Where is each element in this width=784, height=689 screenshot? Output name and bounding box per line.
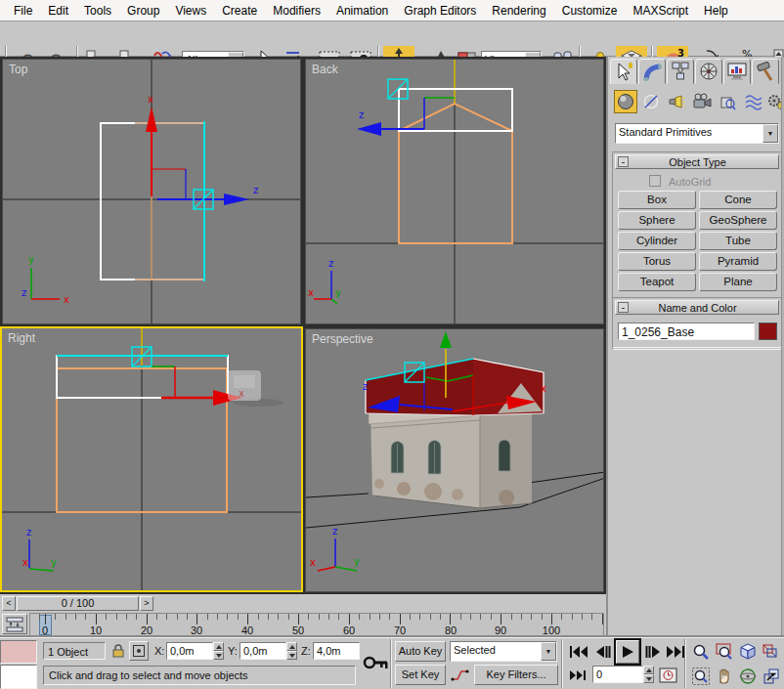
region-zoom-icon[interactable] [690,666,712,687]
viewport-perspective-scene: z x z x y [306,329,604,592]
time-slider-next-button[interactable]: > [140,596,153,611]
tab-modify[interactable] [638,59,666,84]
timeline-ruler[interactable]: 0 10 20 30 40 50 60 70 80 90 100 [29,613,604,636]
category-helpers-icon[interactable] [716,90,739,113]
zoom-extents-all-icon[interactable] [761,641,782,663]
menu-tools[interactable]: Tools [76,1,119,21]
absolute-mode-toggle[interactable] [129,641,149,661]
category-cameras-icon[interactable] [690,90,714,113]
tab-utilities[interactable] [752,59,779,84]
menu-rendering[interactable]: Rendering [484,1,553,21]
mini-curve-editor-button[interactable] [2,614,27,634]
viewport-top[interactable]: Top x z y [2,59,301,324]
viewport-right-label: Right [8,331,35,345]
selection-count-status: 1 Object [43,642,106,660]
zoom-extents-icon[interactable] [737,641,759,663]
box-button[interactable]: Box [618,191,696,209]
x-coord-field[interactable]: 0,0m [166,642,213,660]
menu-edit[interactable]: Edit [40,1,76,21]
viewport-perspective[interactable]: Perspective [305,328,604,592]
min-max-toggle-icon[interactable] [761,666,782,687]
category-shapes-icon[interactable] [639,90,663,113]
key-filter-scope-arrow[interactable]: ▼ [541,642,556,661]
zoom-all-icon[interactable] [714,641,735,663]
tab-hierarchy[interactable] [667,59,694,84]
menu-create[interactable]: Create [214,1,265,21]
menu-animation[interactable]: Animation [328,1,396,21]
svg-text:x: x [310,557,316,568]
time-configuration-icon[interactable] [659,666,678,685]
svg-text:z: z [253,185,258,195]
menu-graph-editors[interactable]: Graph Editors [396,1,484,21]
torus-button[interactable]: Torus [618,252,696,271]
tick-label: 10 [86,624,106,636]
collapse-icon[interactable]: - [618,302,629,313]
previous-frame-button[interactable] [593,641,613,662]
teapot-button[interactable]: Teapot [618,273,696,291]
z-coord-field[interactable]: 4,0m [313,642,360,660]
default-tangents-icon[interactable] [451,666,470,685]
y-coord-field[interactable]: 0,0m [240,642,286,660]
menu-group[interactable]: Group [119,1,167,21]
play-button[interactable] [616,640,639,664]
set-keys-key-icon[interactable] [362,640,389,685]
svg-text:x: x [541,383,546,394]
set-key-button[interactable]: Set Key [395,665,446,685]
svg-text:x: x [64,294,69,305]
arc-rotate-icon[interactable] [737,666,759,687]
pan-hand-icon[interactable] [714,666,735,687]
tube-button[interactable]: Tube [699,232,777,250]
maxscript-listener-line[interactable] [0,665,37,689]
tick-label: 30 [187,624,206,636]
maxscript-listener-macro-line[interactable] [0,640,37,664]
pyramid-button[interactable]: Pyramid [699,252,777,271]
viewport-right[interactable]: Right x [0,326,303,592]
viewport-back-label: Back [312,63,338,76]
cone-button[interactable]: Cone [699,191,777,209]
menu-maxscript[interactable]: MAXScript [625,1,696,21]
category-lights-icon[interactable] [665,90,688,113]
sphere-button[interactable]: Sphere [618,211,696,230]
time-slider-handle[interactable]: 0 / 100 [17,596,139,611]
y-coord-spinner[interactable] [286,642,297,660]
name-color-rollout-header[interactable]: - Name and Color [615,300,779,315]
selection-lock-icon[interactable] [110,642,126,659]
key-mode-toggle[interactable] [567,666,588,685]
key-filter-scope-dropdown[interactable]: Selected ▼ [450,641,557,662]
zoom-icon[interactable] [690,641,712,663]
autogrid-checkbox[interactable] [649,175,661,187]
svg-text:y: y [354,556,360,567]
object-name-input[interactable]: 1_0256_Base [618,323,755,340]
primitive-category-arrow[interactable]: ▼ [762,124,778,143]
geosphere-button[interactable]: GeoSphere [699,211,777,230]
svg-text:y: y [51,557,57,568]
viewport-back[interactable]: Back z z x y [305,59,604,324]
svg-text:y: y [28,254,34,265]
plane-button[interactable]: Plane [699,273,777,291]
current-frame-field[interactable]: 0 [592,666,643,683]
time-slider-prev-button[interactable]: < [2,596,16,611]
go-to-end-button[interactable] [665,641,686,662]
menu-file[interactable]: File [6,1,40,21]
tab-motion[interactable] [695,59,722,84]
key-filters-button[interactable]: Key Filters... [474,665,558,685]
viewport-top-scene: x z y x z [3,60,301,324]
primitive-category-dropdown[interactable]: Standard Primitives ▼ [615,123,779,144]
collapse-icon[interactable]: - [618,156,629,167]
next-frame-button[interactable] [643,641,663,662]
cylinder-button[interactable]: Cylinder [618,232,696,250]
tab-create[interactable] [610,59,637,84]
go-to-start-button[interactable] [567,641,590,662]
menu-views[interactable]: Views [167,1,214,21]
object-type-rollout-header[interactable]: - Object Type [615,154,779,169]
menu-help[interactable]: Help [696,1,736,21]
category-space-warps-icon[interactable] [741,90,764,113]
menu-modifiers[interactable]: Modifiers [265,1,328,21]
frame-spinner[interactable] [643,666,654,683]
object-color-swatch[interactable] [759,323,777,340]
category-geometry-icon[interactable] [614,90,637,113]
x-coord-spinner[interactable] [213,642,224,660]
menu-customize[interactable]: Customize [554,1,626,21]
tab-display[interactable] [723,59,751,84]
auto-key-button[interactable]: Auto Key [395,641,446,662]
